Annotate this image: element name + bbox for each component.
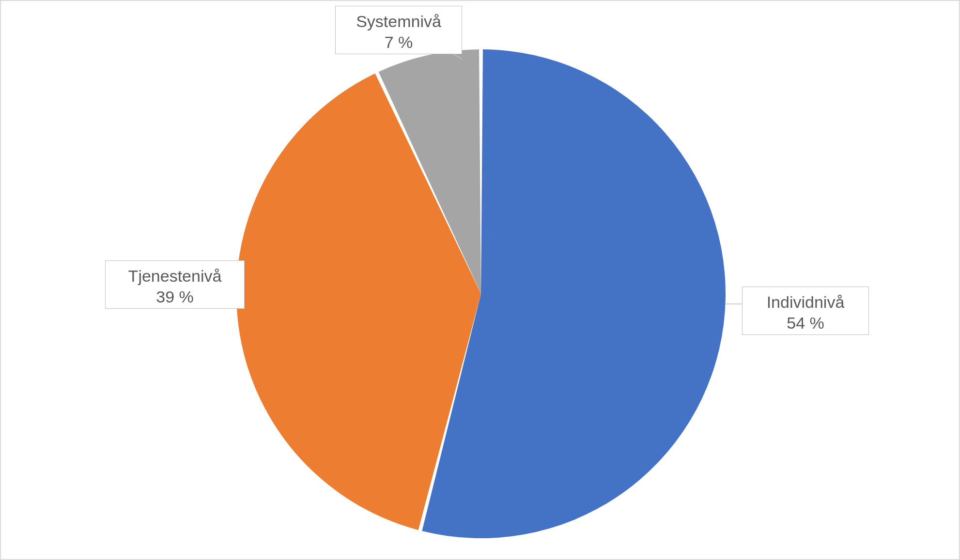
data-label-category: Systemnivå: [344, 11, 453, 32]
data-label-systemniva: Systemnivå 7 %: [335, 6, 462, 54]
chart-frame: Individnivå 54 % Tjenestenivå 39 % Syste…: [0, 0, 960, 560]
data-label-category: Tjenestenivå: [114, 266, 235, 287]
data-label-individniva: Individnivå 54 %: [742, 287, 869, 335]
data-label-category: Individnivå: [751, 292, 860, 313]
pie-slices: [236, 49, 726, 538]
data-label-percent: 7 %: [344, 32, 453, 53]
data-label-percent: 39 %: [114, 287, 235, 307]
data-label-percent: 54 %: [751, 313, 860, 333]
data-label-tjenesteniva: Tjenestenivå 39 %: [105, 260, 245, 309]
